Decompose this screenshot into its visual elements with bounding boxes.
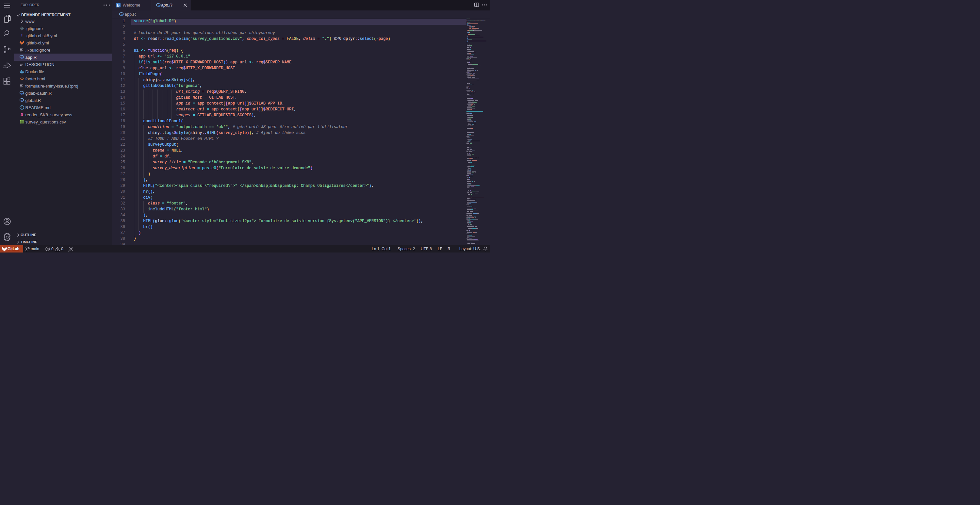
svg-text:R: R [21, 92, 24, 96]
svg-text:R: R [121, 13, 123, 17]
svg-text:R: R [21, 99, 24, 103]
svg-text:R: R [21, 56, 24, 59]
svg-text:R: R [158, 4, 160, 8]
